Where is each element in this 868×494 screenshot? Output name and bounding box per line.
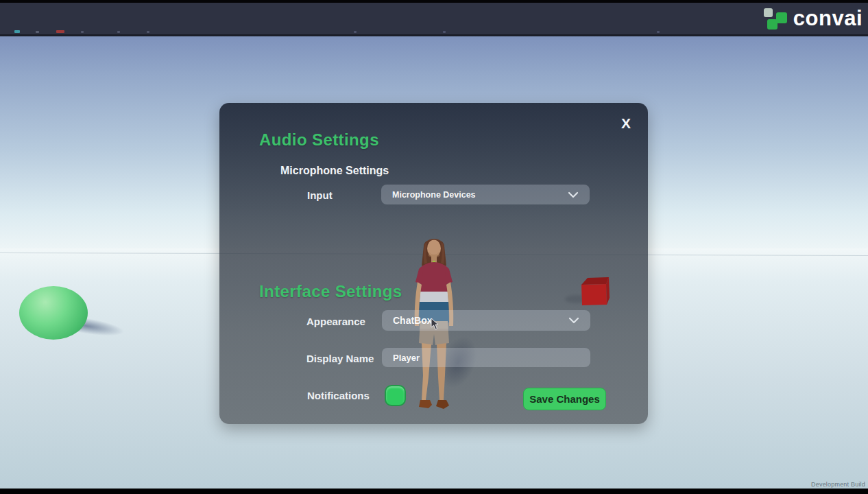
interface-settings-title: Interface Settings bbox=[259, 282, 402, 301]
artifact-dot bbox=[81, 31, 84, 33]
artifact-dot bbox=[354, 31, 357, 33]
chevron-down-icon bbox=[568, 191, 579, 198]
notifications-label: Notifications bbox=[307, 390, 370, 401]
input-label: Input bbox=[307, 189, 333, 201]
artifact-dot bbox=[36, 31, 39, 33]
mouse-cursor-icon bbox=[431, 318, 439, 330]
brand-logo: convai bbox=[762, 5, 863, 33]
settings-modal: X Audio Settings Microphone Settings Inp… bbox=[219, 103, 648, 424]
logo-square-green bbox=[767, 19, 777, 30]
development-build-watermark: Development Build bbox=[811, 481, 865, 488]
close-button[interactable]: X bbox=[616, 114, 636, 133]
artifact-dot bbox=[14, 30, 20, 33]
artifact-dot bbox=[117, 31, 120, 33]
audio-settings-title: Audio Settings bbox=[259, 130, 379, 150]
top-bar bbox=[0, 3, 868, 34]
convai-logo-icon bbox=[762, 6, 788, 32]
save-changes-button[interactable]: Save Changes bbox=[523, 388, 606, 410]
bottom-black-strip bbox=[0, 489, 868, 494]
microphone-settings-heading: Microphone Settings bbox=[280, 165, 389, 177]
appearance-value: ChatBox bbox=[393, 315, 433, 326]
logo-square-green bbox=[776, 12, 787, 23]
appearance-label: Appearance bbox=[306, 316, 365, 327]
display-name-input[interactable] bbox=[382, 348, 590, 367]
top-bar-edge bbox=[0, 34, 868, 36]
display-name-label: Display Name bbox=[306, 353, 374, 364]
chevron-down-icon bbox=[568, 317, 579, 324]
appearance-dropdown[interactable]: ChatBox bbox=[382, 310, 590, 331]
logo-square-light bbox=[764, 8, 773, 17]
brand-name: convai bbox=[793, 8, 863, 32]
green-sphere bbox=[19, 286, 88, 340]
artifact-dot bbox=[443, 31, 446, 33]
notifications-toggle[interactable] bbox=[385, 385, 406, 406]
artifact-dot bbox=[147, 31, 149, 33]
microphone-device-value: Microphone Devices bbox=[392, 190, 476, 200]
microphone-device-dropdown[interactable]: Microphone Devices bbox=[381, 185, 590, 204]
artifact-dot bbox=[657, 31, 660, 33]
artifact-dot bbox=[56, 30, 64, 33]
